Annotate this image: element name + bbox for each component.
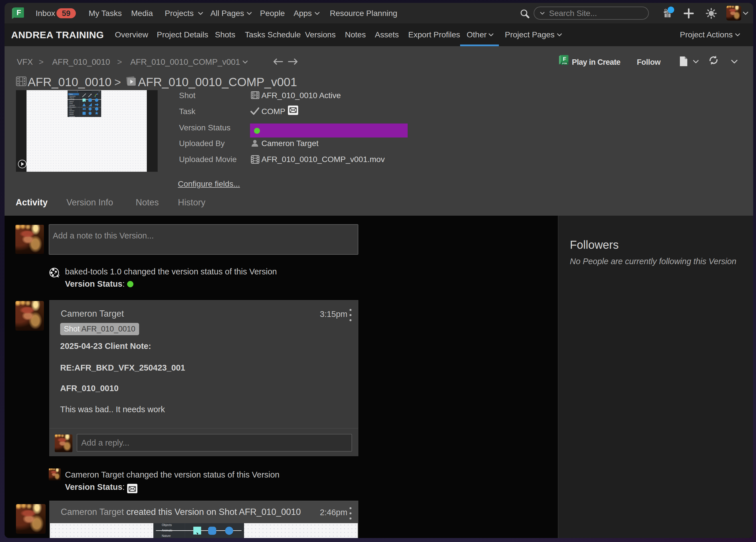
svg-text:Food: Food bbox=[70, 103, 73, 104]
svg-text:Activities: Activities bbox=[70, 116, 75, 117]
svg-text:PTR: PTR bbox=[562, 62, 567, 65]
svg-text:Nature: Nature bbox=[70, 101, 74, 102]
svg-text:Objects: Objects bbox=[70, 97, 74, 99]
svg-text:People: People bbox=[70, 112, 74, 113]
svg-text:Symbols: Symbols bbox=[70, 105, 75, 106]
svg-text:F: F bbox=[17, 8, 21, 17]
svg-text:Arts: Arts bbox=[70, 108, 72, 110]
svg-text:Objects: Objects bbox=[162, 523, 172, 527]
svg-text:Places: Places bbox=[70, 114, 74, 115]
svg-text:Science: Science bbox=[70, 110, 75, 111]
svg-text:Animals: Animals bbox=[70, 99, 75, 100]
svg-text:Basic: Basic bbox=[70, 94, 73, 95]
svg-text:Education: Education bbox=[70, 106, 76, 108]
svg-text:Geometry: Geometry bbox=[70, 96, 76, 97]
svg-text:F: F bbox=[563, 56, 566, 62]
svg-text:Nature: Nature bbox=[162, 534, 170, 537]
